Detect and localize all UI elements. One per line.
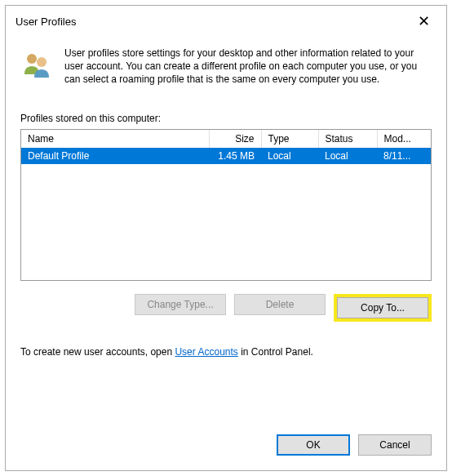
dialog-content: User profiles store settings for your de…: [6, 35, 446, 372]
header-status[interactable]: Status: [318, 130, 377, 148]
footer-text: To create new user accounts, open User A…: [20, 346, 432, 358]
dialog-title: User Profiles: [16, 16, 76, 28]
table-row[interactable]: Default Profile 1.45 MB Local Local 8/11…: [21, 148, 431, 164]
svg-point-1: [37, 57, 47, 67]
copy-to-highlight: Copy To...: [334, 294, 432, 322]
delete-button: Delete: [234, 294, 326, 315]
svg-point-0: [27, 54, 37, 64]
cell-type: Local: [261, 148, 318, 164]
copy-to-button[interactable]: Copy To...: [337, 297, 428, 318]
header-name[interactable]: Name: [21, 130, 209, 148]
intro-section: User profiles store settings for your de…: [20, 47, 432, 87]
change-type-button: Change Type...: [135, 294, 226, 315]
cell-size: 1.45 MB: [209, 148, 261, 164]
titlebar: User Profiles ✕: [6, 6, 446, 35]
profiles-table-container: Name Size Type Status Mod... Default Pro…: [20, 129, 432, 281]
dialog-buttons: OK Cancel: [277, 434, 432, 456]
cell-modified: 8/11...: [377, 148, 431, 164]
profiles-table[interactable]: Name Size Type Status Mod... Default Pro…: [21, 130, 431, 164]
profile-actions: Change Type... Delete Copy To...: [20, 294, 432, 322]
profiles-label: Profiles stored on this computer:: [20, 113, 432, 124]
intro-text: User profiles store settings for your de…: [64, 47, 432, 87]
close-button[interactable]: ✕: [411, 12, 436, 30]
footer-suffix: in Control Panel.: [238, 346, 313, 358]
header-size[interactable]: Size: [209, 130, 261, 148]
table-header-row: Name Size Type Status Mod...: [21, 130, 431, 148]
cell-name: Default Profile: [21, 148, 209, 164]
header-type[interactable]: Type: [261, 130, 318, 148]
close-icon: ✕: [418, 13, 430, 29]
header-modified[interactable]: Mod...: [377, 130, 431, 148]
users-icon: [20, 48, 53, 81]
cancel-button[interactable]: Cancel: [358, 434, 432, 456]
ok-button[interactable]: OK: [277, 434, 350, 456]
footer-prefix: To create new user accounts, open: [20, 346, 175, 358]
cell-status: Local: [318, 148, 377, 164]
user-accounts-link[interactable]: User Accounts: [175, 346, 237, 358]
user-profiles-dialog: User Profiles ✕ User profiles store sett…: [5, 5, 447, 471]
